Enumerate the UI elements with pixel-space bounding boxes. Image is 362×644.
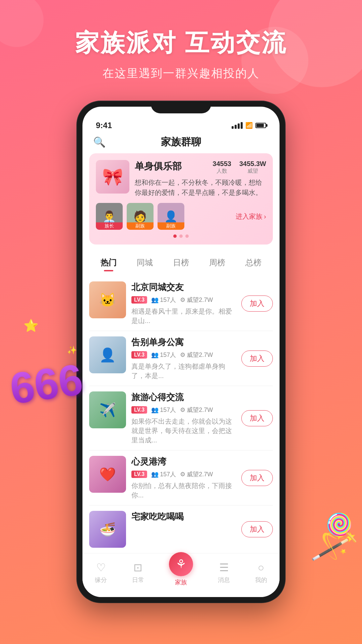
group-name-5: 宅家吃吃喝喝 (131, 511, 236, 523)
prestige-tag-1: ⚙ 威望2.7W (180, 296, 213, 304)
group-thumb-5: 🍜 (89, 511, 126, 548)
featured-description: 想和你在一起，不分秋冬，不顾冷暖，想给你最好的爱情，不是早点睡，不是多喝水。 (135, 177, 266, 198)
level-badge-2: LV.3 (131, 351, 147, 359)
status-time: 9:41 (96, 121, 112, 130)
group-name-3: 旅游心得交流 (131, 391, 236, 403)
group-thumb-1: 🐱 (89, 281, 126, 318)
prestige-tag-2: ⚙ 威望2.7W (180, 351, 213, 359)
prestige-tag-4: ⚙ 威望2.7W (180, 470, 213, 478)
level-badge-4: LV.3 (131, 471, 147, 478)
deco-heart: 🍭 (325, 512, 359, 543)
signal-bar-1 (232, 126, 234, 129)
member-avatar-3: 👤 副族 (158, 203, 184, 230)
bottom-nav: ♡ 缘分 ⊡ 日常 ⚘ 家族 ☰ 消息 ○ 我的 (82, 553, 280, 597)
members-tag-4: 👥 157人 (151, 470, 176, 478)
dot-3 (185, 234, 189, 238)
group-item-1: 🐱 北京同城交友 LV.3 👥 157人 ⚙ 威望2.7W 相遇是春风十里，原来… (89, 276, 273, 331)
header-title: 家族群聊 (161, 135, 201, 149)
nav-item-family[interactable]: ⚘ 家族 (169, 559, 193, 586)
member-avatar-1: 👨‍💼 族长 (96, 203, 123, 230)
daily-label: 日常 (132, 576, 144, 584)
phone-screen: 9:41 📶 🔍 家族群聊 (82, 107, 280, 597)
group-item-2: 👤 告别单身公寓 LV.3 👥 157人 ⚙ 威望2.7W 真是单身久了，连狗都… (89, 331, 273, 386)
tab-weekly[interactable]: 周榜 (199, 255, 235, 271)
group-content-1: 北京同城交友 LV.3 👥 157人 ⚙ 威望2.7W 相遇是春风十里，原来是你… (131, 281, 236, 325)
members-tag-3: 👥 157人 (151, 406, 176, 414)
battery-icon (255, 123, 266, 128)
level-badge-1: LV.3 (131, 296, 147, 304)
featured-bottom: 👨‍💼 族长 🧑 副族 👤 副族 进入家族 › (96, 203, 266, 230)
join-btn-2[interactable]: 加入 (241, 351, 273, 367)
group-content-3: 旅游心得交流 LV.3 👥 157人 ⚙ 威望2.7W 如果你不出去走走，你就会… (131, 391, 236, 445)
group-thumb-4: ❤️ (89, 456, 126, 493)
featured-members: 👨‍💼 族长 🧑 副族 👤 副族 (96, 203, 236, 230)
signal-bars (232, 122, 243, 129)
join-btn-5[interactable]: 加入 (241, 521, 273, 537)
group-desc-1: 相遇是春风十里，原来是你。相爱是山... (131, 307, 236, 325)
phone-outer: 9:41 📶 🔍 家族群聊 (77, 101, 285, 602)
phone-mockup-wrapper: 9:41 📶 🔍 家族群聊 (0, 101, 362, 602)
nav-item-daily[interactable]: ⊡ 日常 (132, 561, 144, 584)
status-icons: 📶 (232, 122, 266, 129)
family-label: 家族 (175, 578, 187, 586)
group-item-5: 🍜 宅家吃吃喝喝 加入 (89, 505, 273, 553)
group-content-5: 宅家吃吃喝喝 (131, 511, 236, 525)
member-tag-3: 副族 (158, 222, 184, 230)
group-name-4: 心灵港湾 (131, 456, 236, 468)
group-item-4: ❤️ 心灵港湾 LV.3 👥 157人 ⚙ 威望2.7W 你别怕，总有人熬夜陪你… (89, 450, 273, 505)
messages-label: 消息 (218, 576, 230, 584)
family-center-icon: ⚘ (169, 552, 193, 576)
tab-hot[interactable]: 热门 (90, 255, 127, 271)
join-btn-4[interactable]: 加入 (241, 470, 273, 486)
featured-name: 单身俱乐部 (135, 160, 182, 173)
group-meta-4: LV.3 👥 157人 ⚙ 威望2.7W (131, 470, 236, 478)
join-btn-3[interactable]: 加入 (241, 410, 273, 426)
level-badge-3: LV.3 (131, 406, 147, 414)
members-tag-1: 👥 157人 (151, 296, 176, 304)
group-meta-1: LV.3 👥 157人 ⚙ 威望2.7W (131, 296, 236, 304)
nav-item-mine[interactable]: ○ 我的 (255, 561, 267, 584)
members-tag-2: 👥 157人 (151, 351, 176, 359)
group-desc-4: 你别怕，总有人熬夜陪你，下雨接你... (131, 481, 236, 500)
member-avatar-2: 🧑 副族 (127, 203, 154, 230)
signal-bar-3 (238, 123, 240, 129)
featured-top: 🎀 单身俱乐部 34553 人数 3455.3W (96, 160, 266, 198)
featured-card: 🎀 单身俱乐部 34553 人数 3455.3W (89, 153, 273, 245)
group-content-2: 告别单身公寓 LV.3 👥 157人 ⚙ 威望2.7W 真是单身久了，连狗都虐单… (131, 336, 236, 380)
signal-bar-4 (241, 122, 243, 129)
mine-icon: ○ (258, 561, 264, 574)
member-tag-2: 副族 (127, 222, 154, 230)
featured-stat-members: 34553 人数 (213, 160, 231, 175)
group-thumb-2: 👤 (89, 336, 126, 373)
group-name-2: 告别单身公寓 (131, 336, 236, 348)
app-header: 🔍 家族群聊 (82, 133, 280, 153)
dot-2 (179, 234, 183, 238)
group-thumb-3: ✈️ (89, 391, 126, 428)
group-meta-2: LV.3 👥 157人 ⚙ 威望2.7W (131, 351, 236, 359)
phone-notch (151, 101, 211, 113)
group-content-4: 心灵港湾 LV.3 👥 157人 ⚙ 威望2.7W 你别怕，总有人熬夜陪你，下雨… (131, 456, 236, 500)
member-tag-1: 族长 (96, 222, 123, 230)
tab-nearby[interactable]: 同城 (127, 255, 163, 271)
prestige-tag-3: ⚙ 威望2.7W (180, 406, 213, 414)
group-meta-3: LV.3 👥 157人 ⚙ 威望2.7W (131, 406, 236, 414)
nav-item-yuanfen[interactable]: ♡ 缘分 (95, 561, 107, 584)
group-desc-2: 真是单身久了，连狗都虐单身狗了，本是... (131, 362, 236, 380)
enter-family-btn[interactable]: 进入家族 › (236, 212, 266, 221)
nav-item-messages[interactable]: ☰ 消息 (218, 561, 230, 584)
hero-title: 家族派对 互动交流 (0, 27, 362, 59)
yuanfen-icon: ♡ (96, 561, 106, 574)
wifi-icon: 📶 (245, 122, 253, 129)
hero-section: 家族派对 互动交流 在这里遇到一群兴趣相投的人 (0, 0, 362, 95)
tab-total[interactable]: 总榜 (235, 255, 272, 271)
yuanfen-label: 缘分 (95, 576, 107, 584)
tab-daily[interactable]: 日榜 (163, 255, 199, 271)
group-name-1: 北京同城交友 (131, 281, 236, 293)
join-btn-1[interactable]: 加入 (241, 296, 273, 312)
search-icon[interactable]: 🔍 (93, 136, 106, 148)
group-item-3: ✈️ 旅游心得交流 LV.3 👥 157人 ⚙ 威望2.7W 如果你不出去走走，… (89, 386, 273, 450)
daily-icon: ⊡ (133, 561, 142, 574)
featured-stats: 34553 人数 3455.3W 威望 (213, 160, 266, 175)
deco-666-text: 666 (7, 358, 85, 411)
group-desc-3: 如果你不出去走走，你就会以为这就是世界，每天待在这里，会把这里当成... (131, 417, 236, 445)
